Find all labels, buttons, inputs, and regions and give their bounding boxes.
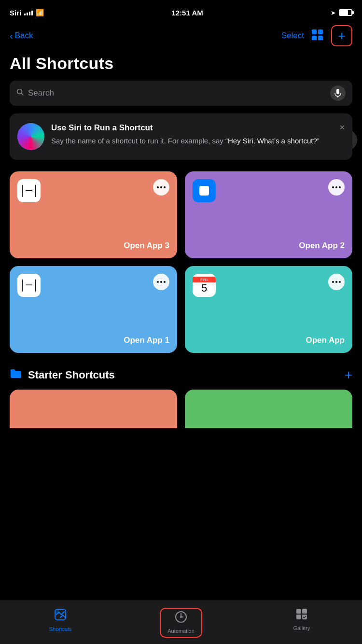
shortcut-card-open-app-1[interactable]: │─│ Open App 1: [10, 266, 177, 353]
h-icon: │─│: [19, 185, 39, 197]
svg-rect-8: [56, 610, 59, 614]
shortcut-label: Open App: [306, 336, 345, 345]
shortcut-app-icon: │─│: [17, 274, 41, 297]
automation-tab-label: Automation: [167, 628, 195, 634]
siri-close-button[interactable]: ×: [339, 123, 345, 132]
svg-line-5: [22, 94, 24, 96]
square-stop-icon: [193, 179, 216, 202]
select-button[interactable]: Select: [281, 31, 304, 41]
shortcuts-tab-icon: [54, 608, 67, 624]
partial-card-1[interactable]: [10, 390, 177, 428]
search-input[interactable]: Search: [28, 88, 326, 98]
shortcut-card-open-app[interactable]: FRI 5 Open App: [185, 266, 352, 353]
section-title-group: Starter Shortcuts: [10, 368, 115, 382]
more-options-button[interactable]: [153, 179, 169, 196]
tab-bar: Shortcuts Automation Galle: [0, 601, 362, 644]
location-icon: ➤: [331, 9, 336, 16]
more-dots-icon: [332, 281, 341, 283]
nav-bar: ‹ Back Select +: [0, 21, 362, 52]
shortcut-card-top: [193, 179, 345, 202]
gallery-tab-label: Gallery: [293, 625, 310, 631]
battery-icon: [339, 9, 352, 16]
partial-card-2[interactable]: [185, 390, 352, 428]
svg-point-11: [180, 616, 182, 618]
page-title: All Shortcuts: [0, 52, 362, 81]
gallery-tab-icon: [295, 608, 308, 623]
back-button[interactable]: ‹ Back: [10, 31, 33, 41]
shortcut-card-open-app-3[interactable]: │─│ Open App 3: [10, 171, 177, 258]
back-chevron-icon: ‹: [10, 31, 13, 41]
starter-shortcuts-section: Starter Shortcuts +: [0, 368, 362, 390]
tab-automation[interactable]: Automation: [121, 606, 241, 640]
svg-rect-3: [318, 36, 323, 40]
svg-rect-2: [312, 36, 317, 40]
shortcut-card-open-app-2[interactable]: Open App 2: [185, 171, 352, 258]
battery-fill: [340, 10, 348, 15]
more-options-button[interactable]: [153, 274, 169, 290]
h-icon: │─│: [19, 280, 39, 292]
shortcuts-grid: │─│ Open App 3 Open App 2: [0, 171, 362, 353]
signal-bars: [24, 10, 33, 15]
shortcut-card-top: │─│: [17, 274, 169, 297]
siri-text: Use Siri to Run a Shortcut Say the name …: [51, 123, 333, 146]
tab-shortcuts[interactable]: Shortcuts: [0, 606, 121, 634]
more-dots-icon: [332, 186, 341, 188]
nav-actions: Select +: [281, 25, 352, 46]
status-carrier: Siri 📶: [10, 9, 44, 17]
partial-shortcuts-row: [0, 390, 362, 428]
svg-rect-13: [302, 609, 307, 614]
grid-view-icon[interactable]: [312, 29, 323, 42]
status-bar: Siri 📶 12:51 AM ➤: [0, 0, 362, 21]
back-label: Back: [15, 31, 33, 41]
svg-rect-6: [336, 89, 339, 94]
search-bar[interactable]: Search: [10, 81, 352, 106]
svg-rect-14: [296, 615, 301, 619]
folder-icon: [10, 368, 22, 382]
carrier-label: Siri: [10, 9, 21, 17]
more-dots-icon: [157, 281, 166, 283]
status-time: 12:51 AM: [171, 9, 203, 17]
siri-banner-title: Use Siri to Run a Shortcut: [51, 123, 333, 133]
section-add-button[interactable]: +: [345, 368, 352, 382]
calendar-day-number: 5: [201, 282, 207, 294]
square-stop-inner: [199, 186, 209, 196]
siri-logo: [17, 123, 44, 150]
shortcut-card-top: │─│: [17, 179, 169, 202]
siri-banner-body: Say the name of a shortcut to run it. Fo…: [51, 136, 333, 146]
more-options-button[interactable]: [328, 274, 345, 290]
automation-tab-wrapper: Automation: [160, 608, 202, 638]
svg-rect-12: [296, 609, 301, 614]
svg-rect-0: [312, 29, 317, 34]
section-title: Starter Shortcuts: [28, 369, 115, 381]
shortcut-label: Open App 2: [299, 241, 345, 251]
siri-body-text2: “Hey Siri, What’s a shortcut?”: [225, 137, 320, 145]
search-icon: [16, 88, 24, 98]
add-shortcut-button[interactable]: +: [331, 25, 352, 46]
shortcut-label: Open App 1: [124, 336, 169, 345]
siri-banner: Use Siri to Run a Shortcut Say the name …: [10, 113, 352, 160]
automation-tab-icon: [175, 611, 187, 626]
siri-logo-inner: [17, 123, 44, 150]
shortcut-app-icon: │─│: [17, 179, 41, 202]
microphone-button[interactable]: [330, 85, 346, 101]
more-options-button[interactable]: [328, 179, 345, 196]
siri-body-text1: Say the name of a shortcut to run it. Fo…: [51, 137, 225, 145]
more-dots-icon: [157, 186, 166, 188]
shortcut-label: Open App 3: [124, 241, 169, 251]
calendar-icon: FRI 5: [193, 274, 216, 297]
status-right: ➤: [331, 9, 352, 16]
svg-rect-1: [318, 29, 323, 34]
tab-gallery[interactable]: Gallery: [241, 606, 362, 633]
wifi-icon: 📶: [36, 9, 44, 16]
shortcuts-tab-label: Shortcuts: [49, 626, 71, 632]
shortcut-card-top: FRI 5: [193, 274, 345, 297]
